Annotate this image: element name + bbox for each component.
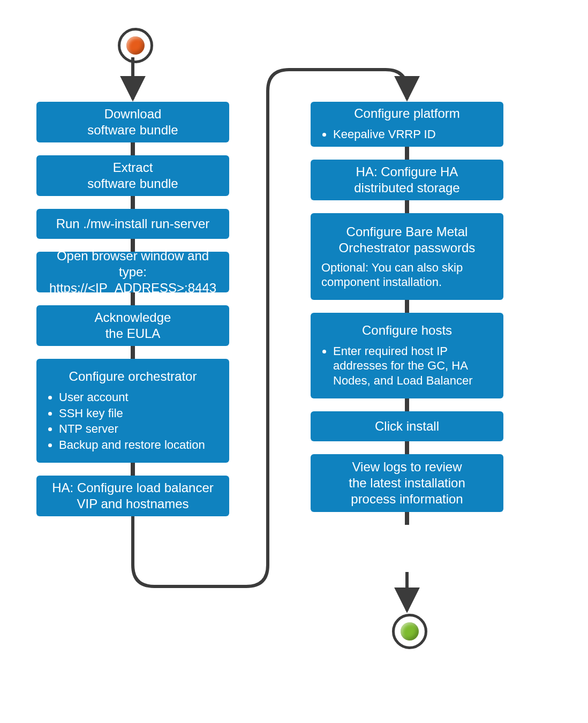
step-title-line: VIP and hostnames	[52, 496, 214, 512]
step-title-line: Acknowledge	[95, 310, 171, 326]
bullet-item: Keepalive VRRP ID	[333, 127, 496, 142]
step-configure-platform: Configure platform Keepalive VRRP ID	[311, 102, 503, 147]
step-title-line: Download	[87, 106, 178, 122]
step-title-line: distributed storage	[354, 180, 459, 196]
step-configure-orchestrator: Configure orchestrator User account SSH …	[36, 359, 229, 463]
step-configure-ha-storage: HA: Configure HA distributed storage	[311, 160, 503, 200]
step-title-line: Configure Bare Metal	[339, 224, 476, 240]
step-view-logs: View logs to review the latest installat…	[311, 454, 503, 512]
step-title-line: Orchestrator passwords	[339, 240, 476, 256]
step-click-install: Click install	[311, 411, 503, 441]
step-title-line: software bundle	[87, 122, 178, 138]
step-title-line: software bundle	[87, 176, 178, 192]
step-title-line: https://<IP_ADDRESS>:8443	[44, 280, 222, 296]
step-title-line: Open browser window and type:	[44, 248, 222, 280]
step-title-line: HA: Configure HA	[354, 164, 459, 180]
step-title-line: Configure platform	[354, 106, 459, 122]
step-title-line: Configure orchestrator	[69, 368, 197, 385]
step-title-line: View logs to review	[349, 459, 465, 475]
step-subtext: Optional: You can also skip component in…	[318, 260, 496, 290]
flowchart: Download software bundle Extract softwar…	[0, 0, 588, 723]
bullet-item: Backup and restore location	[59, 438, 222, 453]
step-download: Download software bundle	[36, 102, 229, 142]
start-marker	[118, 28, 153, 63]
step-title-line: Click install	[375, 418, 439, 434]
step-title-line: Extract	[87, 160, 178, 176]
step-title-line: HA: Configure load balancer	[52, 480, 214, 496]
step-open-browser: Open browser window and type: https://<I…	[36, 252, 229, 292]
step-title-line: Run ./mw-install run-server	[56, 216, 210, 232]
bullet-item: Enter required host IP addresses for the…	[333, 344, 496, 388]
bullet-item: NTP server	[59, 421, 222, 436]
step-title-line: Configure hosts	[362, 322, 452, 338]
step-extract: Extract software bundle	[36, 155, 229, 196]
step-title-line: process information	[349, 491, 465, 507]
end-marker	[392, 614, 427, 649]
step-run-install: Run ./mw-install run-server	[36, 209, 229, 239]
bullet-item: User account	[59, 390, 222, 405]
step-ack-eula: Acknowledge the EULA	[36, 305, 229, 346]
step-title-line: the EULA	[95, 326, 171, 342]
step-configure-hosts: Configure hosts Enter required host IP a…	[311, 313, 503, 398]
step-title-line: the latest installation	[349, 475, 465, 491]
bullet-item: SSH key file	[59, 406, 222, 421]
step-configure-bmo-passwords: Configure Bare Metal Orchestrator passwo…	[311, 213, 503, 300]
step-configure-load-balancer: HA: Configure load balancer VIP and host…	[36, 476, 229, 516]
